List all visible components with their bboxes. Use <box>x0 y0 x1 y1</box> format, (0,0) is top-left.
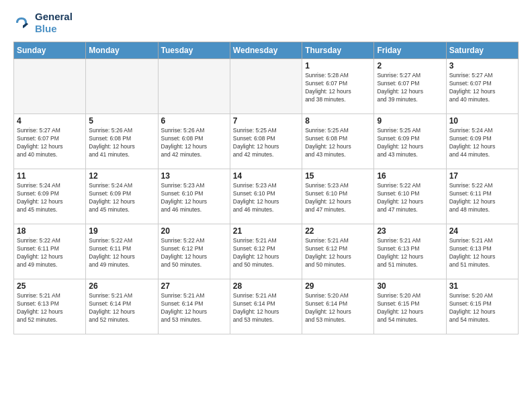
day-number: 28 <box>233 281 299 291</box>
day-cell <box>158 59 230 114</box>
day-cell: 27Sunrise: 5:21 AM Sunset: 6:14 PM Dayli… <box>158 279 230 334</box>
day-number: 2 <box>377 61 443 71</box>
day-info: Sunrise: 5:21 AM Sunset: 6:14 PM Dayligh… <box>161 292 227 324</box>
day-number: 13 <box>161 171 227 181</box>
day-number: 21 <box>233 226 299 236</box>
day-number: 8 <box>305 116 371 126</box>
day-number: 16 <box>377 171 443 181</box>
week-row-4: 18Sunrise: 5:22 AM Sunset: 6:11 PM Dayli… <box>14 224 519 279</box>
logo: General Blue <box>13 11 73 35</box>
weekday-header-monday: Monday <box>86 42 158 59</box>
day-number: 7 <box>233 116 299 126</box>
day-number: 10 <box>449 116 515 126</box>
day-cell: 14Sunrise: 5:23 AM Sunset: 6:10 PM Dayli… <box>230 169 302 224</box>
week-row-2: 4Sunrise: 5:27 AM Sunset: 6:07 PM Daylig… <box>14 114 519 169</box>
day-info: Sunrise: 5:27 AM Sunset: 6:07 PM Dayligh… <box>449 72 515 104</box>
day-info: Sunrise: 5:23 AM Sunset: 6:10 PM Dayligh… <box>305 182 371 214</box>
day-info: Sunrise: 5:28 AM Sunset: 6:07 PM Dayligh… <box>305 72 371 104</box>
day-cell: 4Sunrise: 5:27 AM Sunset: 6:07 PM Daylig… <box>14 114 86 169</box>
day-number: 18 <box>17 226 83 236</box>
calendar-table: SundayMondayTuesdayWednesdayThursdayFrid… <box>13 42 519 334</box>
day-cell: 28Sunrise: 5:21 AM Sunset: 6:14 PM Dayli… <box>230 279 302 334</box>
day-number: 22 <box>305 226 371 236</box>
day-cell: 1Sunrise: 5:28 AM Sunset: 6:07 PM Daylig… <box>302 59 374 114</box>
day-cell: 31Sunrise: 5:20 AM Sunset: 6:15 PM Dayli… <box>446 279 518 334</box>
day-cell: 29Sunrise: 5:20 AM Sunset: 6:14 PM Dayli… <box>302 279 374 334</box>
day-number: 29 <box>305 281 371 291</box>
day-cell: 16Sunrise: 5:22 AM Sunset: 6:10 PM Dayli… <box>374 169 446 224</box>
day-number: 6 <box>161 116 227 126</box>
day-info: Sunrise: 5:23 AM Sunset: 6:10 PM Dayligh… <box>233 182 299 214</box>
weekday-header-tuesday: Tuesday <box>158 42 230 59</box>
day-cell: 23Sunrise: 5:21 AM Sunset: 6:13 PM Dayli… <box>374 224 446 279</box>
day-info: Sunrise: 5:21 AM Sunset: 6:13 PM Dayligh… <box>377 237 443 269</box>
day-number: 5 <box>89 116 154 126</box>
day-cell: 19Sunrise: 5:22 AM Sunset: 6:11 PM Dayli… <box>86 224 158 279</box>
day-cell: 5Sunrise: 5:26 AM Sunset: 6:08 PM Daylig… <box>86 114 158 169</box>
day-info: Sunrise: 5:20 AM Sunset: 6:15 PM Dayligh… <box>377 292 443 324</box>
day-cell: 15Sunrise: 5:23 AM Sunset: 6:10 PM Dayli… <box>302 169 374 224</box>
day-info: Sunrise: 5:24 AM Sunset: 6:09 PM Dayligh… <box>17 182 83 214</box>
day-number: 26 <box>89 281 154 291</box>
day-number: 9 <box>377 116 443 126</box>
day-number: 15 <box>305 171 371 181</box>
day-number: 11 <box>17 171 83 181</box>
day-info: Sunrise: 5:21 AM Sunset: 6:13 PM Dayligh… <box>17 292 83 324</box>
logo-text: General Blue <box>35 11 73 35</box>
weekday-header-wednesday: Wednesday <box>230 42 302 59</box>
day-info: Sunrise: 5:24 AM Sunset: 6:09 PM Dayligh… <box>449 127 515 159</box>
day-info: Sunrise: 5:22 AM Sunset: 6:11 PM Dayligh… <box>449 182 515 214</box>
day-cell: 3Sunrise: 5:27 AM Sunset: 6:07 PM Daylig… <box>446 59 518 114</box>
day-info: Sunrise: 5:21 AM Sunset: 6:14 PM Dayligh… <box>89 292 154 324</box>
day-number: 23 <box>377 226 443 236</box>
day-info: Sunrise: 5:22 AM Sunset: 6:12 PM Dayligh… <box>161 237 227 269</box>
day-cell: 20Sunrise: 5:22 AM Sunset: 6:12 PM Dayli… <box>158 224 230 279</box>
day-number: 30 <box>377 281 443 291</box>
week-row-5: 25Sunrise: 5:21 AM Sunset: 6:13 PM Dayli… <box>14 279 519 334</box>
day-cell: 26Sunrise: 5:21 AM Sunset: 6:14 PM Dayli… <box>86 279 158 334</box>
day-info: Sunrise: 5:22 AM Sunset: 6:10 PM Dayligh… <box>377 182 443 214</box>
day-info: Sunrise: 5:27 AM Sunset: 6:07 PM Dayligh… <box>17 127 83 159</box>
day-cell: 12Sunrise: 5:24 AM Sunset: 6:09 PM Dayli… <box>86 169 158 224</box>
weekday-header-saturday: Saturday <box>446 42 518 59</box>
day-number: 1 <box>305 61 371 71</box>
day-info: Sunrise: 5:23 AM Sunset: 6:10 PM Dayligh… <box>161 182 227 214</box>
day-info: Sunrise: 5:25 AM Sunset: 6:08 PM Dayligh… <box>305 127 371 159</box>
day-number: 12 <box>89 171 154 181</box>
day-number: 3 <box>449 61 515 71</box>
day-number: 25 <box>17 281 83 291</box>
weekday-header-sunday: Sunday <box>14 42 86 59</box>
day-cell: 10Sunrise: 5:24 AM Sunset: 6:09 PM Dayli… <box>446 114 518 169</box>
day-number: 31 <box>449 281 515 291</box>
day-info: Sunrise: 5:26 AM Sunset: 6:08 PM Dayligh… <box>89 127 154 159</box>
day-cell: 7Sunrise: 5:25 AM Sunset: 6:08 PM Daylig… <box>230 114 302 169</box>
header: General Blue <box>13 11 519 35</box>
day-cell: 2Sunrise: 5:27 AM Sunset: 6:07 PM Daylig… <box>374 59 446 114</box>
week-row-3: 11Sunrise: 5:24 AM Sunset: 6:09 PM Dayli… <box>14 169 519 224</box>
day-info: Sunrise: 5:22 AM Sunset: 6:11 PM Dayligh… <box>17 237 83 269</box>
day-info: Sunrise: 5:26 AM Sunset: 6:08 PM Dayligh… <box>161 127 227 159</box>
day-number: 17 <box>449 171 515 181</box>
day-cell: 13Sunrise: 5:23 AM Sunset: 6:10 PM Dayli… <box>158 169 230 224</box>
day-cell: 18Sunrise: 5:22 AM Sunset: 6:11 PM Dayli… <box>14 224 86 279</box>
day-info: Sunrise: 5:24 AM Sunset: 6:09 PM Dayligh… <box>89 182 154 214</box>
day-number: 4 <box>17 116 83 126</box>
day-cell <box>86 59 158 114</box>
day-cell: 25Sunrise: 5:21 AM Sunset: 6:13 PM Dayli… <box>14 279 86 334</box>
day-info: Sunrise: 5:25 AM Sunset: 6:09 PM Dayligh… <box>377 127 443 159</box>
weekday-header-thursday: Thursday <box>302 42 374 59</box>
day-cell <box>230 59 302 114</box>
day-cell: 8Sunrise: 5:25 AM Sunset: 6:08 PM Daylig… <box>302 114 374 169</box>
day-info: Sunrise: 5:21 AM Sunset: 6:12 PM Dayligh… <box>233 237 299 269</box>
day-cell: 24Sunrise: 5:21 AM Sunset: 6:13 PM Dayli… <box>446 224 518 279</box>
day-info: Sunrise: 5:22 AM Sunset: 6:11 PM Dayligh… <box>89 237 154 269</box>
week-row-1: 1Sunrise: 5:28 AM Sunset: 6:07 PM Daylig… <box>14 59 519 114</box>
day-cell <box>14 59 86 114</box>
day-number: 14 <box>233 171 299 181</box>
weekday-header-friday: Friday <box>374 42 446 59</box>
day-cell: 22Sunrise: 5:21 AM Sunset: 6:12 PM Dayli… <box>302 224 374 279</box>
day-cell: 6Sunrise: 5:26 AM Sunset: 6:08 PM Daylig… <box>158 114 230 169</box>
day-cell: 9Sunrise: 5:25 AM Sunset: 6:09 PM Daylig… <box>374 114 446 169</box>
day-info: Sunrise: 5:21 AM Sunset: 6:14 PM Dayligh… <box>233 292 299 324</box>
day-cell: 30Sunrise: 5:20 AM Sunset: 6:15 PM Dayli… <box>374 279 446 334</box>
